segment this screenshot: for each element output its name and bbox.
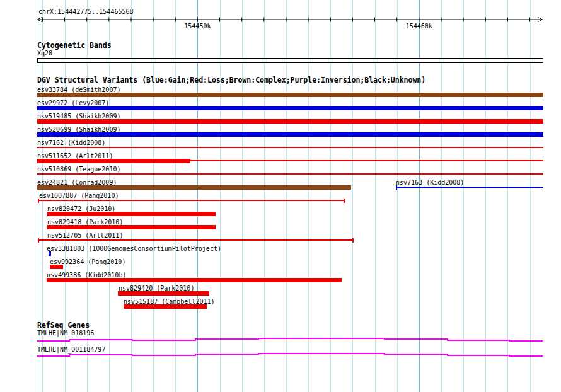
variant-nsv7163[interactable]: [396, 187, 543, 188]
gene-model-TMLHE-NM_018196[interactable]: [37, 338, 543, 341]
variant-nsv520699[interactable]: [37, 132, 543, 137]
variant-nsv519485[interactable]: [37, 119, 543, 124]
axis-tick-label: 154450k: [184, 23, 211, 30]
variant-nsv829418[interactable]: [47, 225, 216, 229]
variant-esv29972[interactable]: [37, 106, 543, 110]
variant-nsv511652-extent[interactable]: [190, 160, 543, 161]
variant-label-esv3381803: esv3381803 (1000GenomesConsortiumPilotPr…: [47, 245, 221, 252]
variant-esv1007887-left-cap[interactable]: [38, 199, 39, 203]
variant-nsv512705-left-cap[interactable]: [38, 238, 39, 243]
refseq-section-title: RefSeq Genes: [37, 321, 90, 329]
variant-label-nsv7163: nsv7163 (Kidd2008): [396, 179, 464, 186]
variant-esv33784[interactable]: [37, 93, 543, 97]
variant-nsv510869[interactable]: [37, 173, 543, 175]
variant-esv1007887-right-cap[interactable]: [344, 199, 345, 203]
region-coordinates: chrX:154442775..154465568: [38, 8, 134, 15]
variant-nsv820472[interactable]: [47, 212, 216, 216]
variant-esv992364[interactable]: [50, 265, 63, 269]
gene-label-TMLHE-NM_001184797: TMLHE|NM_001184797: [37, 346, 105, 353]
gene-model-TMLHE-NM_001184797[interactable]: [37, 354, 543, 356]
variant-nsv7162[interactable]: [37, 147, 543, 148]
coordinate-ruler: 154450k154460k: [0, 0, 561, 35]
dgv-section-title: DGV Structural Variants (Blue:Gain;Red:L…: [37, 76, 425, 84]
cytoband-band-xq28[interactable]: [37, 58, 543, 63]
variant-esv3381803[interactable]: [49, 251, 51, 256]
variant-label-nsv512705: nsv512705 (Arlt2011): [47, 232, 123, 239]
axis-tick-label: 154460k: [406, 23, 432, 30]
variant-nsv829420[interactable]: [118, 291, 209, 296]
variant-esv24821[interactable]: [37, 185, 351, 190]
variant-nsv499386[interactable]: [47, 278, 342, 282]
ruler-axis: [38, 18, 543, 22]
variant-nsv511652[interactable]: [37, 159, 190, 163]
cytoband-label: Xq28: [37, 50, 52, 57]
gene-label-TMLHE-NM_018196: TMLHE|NM_018196: [37, 330, 94, 337]
variant-label-esv1007887: esv1007887 (Pang2010): [39, 192, 119, 199]
variant-label-nsv510869: nsv510869 (Teague2010): [37, 166, 120, 173]
cytogenetic-bands-section-title: Cytogenetic Bands: [37, 42, 112, 49]
variant-esv1007887[interactable]: [38, 200, 344, 201]
variant-nsv7163-left-cap[interactable]: [396, 185, 397, 190]
variant-nsv515187[interactable]: [124, 304, 207, 309]
variant-label-nsv7162: nsv7162 (Kidd2008): [37, 139, 105, 146]
genome-browser-view: 154450k154460k chrX:154442775..154465568…: [0, 0, 561, 392]
variant-nsv512705[interactable]: [38, 239, 353, 241]
variant-nsv512705-right-cap[interactable]: [352, 238, 354, 243]
